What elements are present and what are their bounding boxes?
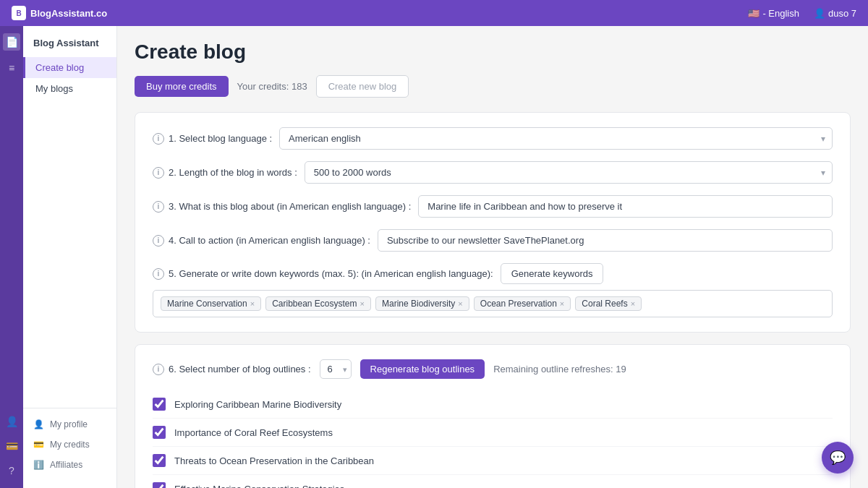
logo-icon: B	[12, 6, 26, 20]
keyword-tag-remove-1[interactable]: ×	[360, 300, 365, 308]
chat-bubble-button[interactable]: 💬	[822, 442, 854, 474]
sidebar-item-my-blogs[interactable]: My blogs	[23, 78, 116, 99]
sidebar-icon-strip: 📄 ≡ 👤 💳 ?	[0, 26, 23, 488]
generate-keywords-button[interactable]: Generate keywords	[501, 263, 604, 284]
logo-text: BlogAssistant.co	[30, 8, 107, 19]
user-menu[interactable]: 👤 duso 7	[814, 8, 856, 19]
outline-label-1: Importance of Coral Reef Ecosystems	[174, 427, 333, 438]
language-selector[interactable]: 🇺🇸 - English	[748, 8, 799, 19]
lang-label: - English	[762, 8, 799, 19]
outline-item-2: Threats to Ocean Preservation in the Car…	[153, 447, 833, 475]
keyword-tag-remove-4[interactable]: ×	[631, 300, 635, 308]
my-credits-label: My credits	[50, 440, 90, 450]
regenerate-outlines-button[interactable]: Regenerate blog outlines	[360, 359, 485, 379]
step2-select[interactable]: 500 to 2000 words 500 to 1000 words 1000…	[305, 161, 833, 184]
keyword-tag-label-4: Coral Reefs	[582, 299, 627, 309]
outlines-list: Exploring Caribbean Marine Biodiversity …	[153, 390, 833, 488]
user-label: duso 7	[828, 8, 856, 19]
outline-checkbox-0[interactable]	[153, 398, 166, 411]
keyword-tag-label-0: Marine Conservation	[167, 299, 247, 309]
step1-row: i 1. Select blog language : American eng…	[153, 127, 833, 150]
outline-item-1: Importance of Coral Reef Ecosystems	[153, 419, 833, 447]
logo: B BlogAssistant.co	[12, 6, 107, 20]
outline-count-select[interactable]: 3 4 5 6 7 8	[320, 359, 352, 379]
topnav-right: 🇺🇸 - English 👤 duso 7	[748, 8, 856, 19]
step1-info-icon[interactable]: i	[153, 133, 164, 145]
step3-row: i 3. What is this blog about (in America…	[153, 195, 833, 218]
keyword-tag-label-1: Caribbean Ecosystem	[272, 299, 357, 309]
affiliates-label: Affiliates	[50, 460, 82, 470]
step2-label: i 2. Length of the blog in words :	[153, 167, 297, 179]
sidebar-item-affiliates[interactable]: ℹ️ Affiliates	[23, 455, 116, 475]
step3-label: i 3. What is this blog about (in America…	[153, 201, 411, 213]
person-icon: 👤	[33, 419, 44, 429]
outline-item-0: Exploring Caribbean Marine Biodiversity	[153, 390, 833, 419]
outline-item-3: Effective Marine Conservation Strategies	[153, 475, 833, 488]
outline-checkbox-2[interactable]	[153, 454, 166, 467]
sidebar-icon-document[interactable]: 📄	[3, 33, 20, 51]
step1-select[interactable]: American english British english Spanish…	[279, 127, 833, 150]
form-card: i 1. Select blog language : American eng…	[135, 112, 851, 333]
outline-label-2: Threats to Ocean Preservation in the Car…	[174, 455, 374, 466]
step4-input[interactable]	[378, 229, 833, 252]
step2-row: i 2. Length of the blog in words : 500 t…	[153, 161, 833, 184]
keyword-tag-label-2: Marine Biodiversity	[382, 299, 455, 309]
step1-select-wrapper: American english British english Spanish…	[279, 127, 833, 150]
my-profile-label: My profile	[50, 419, 88, 429]
keyword-tag-4: Coral Reefs ×	[575, 296, 642, 311]
affiliates-icon: ℹ️	[33, 460, 44, 470]
outlines-card: i 6. Select number of blog outlines : 3 …	[135, 344, 851, 488]
keyword-tag-remove-0[interactable]: ×	[250, 300, 255, 308]
outline-checkbox-1[interactable]	[153, 426, 166, 439]
sidebar-icon-person[interactable]: 👤	[3, 413, 20, 430]
sidebar-item-create-blog[interactable]: Create blog	[23, 57, 116, 78]
keywords-container: Marine Conservation × Caribbean Ecosyste…	[153, 290, 833, 317]
outline-label-0: Exploring Caribbean Marine Biodiversity	[174, 399, 341, 410]
buy-more-credits-button[interactable]: Buy more credits	[135, 76, 229, 97]
layout: 📄 ≡ 👤 💳 ? Blog Assistant Create blog My …	[0, 26, 868, 488]
step3-input[interactable]	[418, 195, 833, 218]
flag-icon: 🇺🇸	[748, 8, 760, 19]
sidebar-header: Blog Assistant	[23, 33, 116, 57]
step5-info-icon[interactable]: i	[153, 268, 164, 280]
step2-info-icon[interactable]: i	[153, 167, 164, 179]
keyword-tag-remove-3[interactable]: ×	[560, 300, 564, 308]
sidebar-icon-menu[interactable]: ≡	[3, 59, 20, 77]
main-content: Create blog Buy more credits Your credit…	[117, 26, 868, 488]
step6-info-icon[interactable]: i	[153, 364, 164, 375]
step2-select-wrapper: 500 to 2000 words 500 to 1000 words 1000…	[305, 161, 833, 184]
step3-info-icon[interactable]: i	[153, 201, 164, 213]
keyword-tag-0: Marine Conservation ×	[161, 296, 261, 311]
topnav: B BlogAssistant.co 🇺🇸 - English 👤 duso 7	[0, 0, 868, 26]
keyword-tag-remove-2[interactable]: ×	[458, 300, 462, 308]
step4-label: i 4. Call to action (in American english…	[153, 235, 370, 247]
keyword-tag-3: Ocean Preservation ×	[474, 296, 571, 311]
sidebar-item-my-profile[interactable]: 👤 My profile	[23, 414, 116, 435]
step1-label: i 1. Select blog language :	[153, 133, 272, 145]
toolbar: Buy more credits Your credits: 183 Creat…	[135, 75, 851, 98]
remaining-refreshes-text: Remaining outline refreshes: 19	[493, 364, 626, 374]
outline-checkbox-3[interactable]	[153, 482, 166, 488]
step5-label: i 5. Generate or write down keywords (ma…	[153, 268, 493, 280]
outline-count-wrapper: 3 4 5 6 7 8 ▾	[320, 359, 352, 379]
keyword-tag-1: Caribbean Ecosystem ×	[265, 296, 371, 311]
user-icon: 👤	[814, 8, 825, 19]
keyword-tag-label-3: Ocean Preservation	[480, 299, 557, 309]
step4-info-icon[interactable]: i	[153, 235, 164, 247]
sidebar-item-my-credits[interactable]: 💳 My credits	[23, 435, 116, 455]
sidebar-icon-info[interactable]: ?	[3, 462, 20, 479]
credits-icon: 💳	[33, 440, 44, 450]
outlines-header: i 6. Select number of blog outlines : 3 …	[153, 359, 833, 379]
page-title: Create blog	[135, 40, 851, 64]
credits-display: Your credits: 183	[237, 81, 307, 92]
keyword-tag-2: Marine Biodiversity ×	[375, 296, 469, 311]
step6-label: i 6. Select number of blog outlines :	[153, 364, 311, 375]
step5-row: i 5. Generate or write down keywords (ma…	[153, 263, 833, 284]
sidebar-nav: Blog Assistant Create blog My blogs 👤 My…	[23, 26, 117, 488]
step4-row: i 4. Call to action (in American english…	[153, 229, 833, 252]
sidebar-icon-credits[interactable]: 💳	[3, 437, 20, 455]
create-new-blog-button[interactable]: Create new blog	[316, 75, 409, 98]
outline-label-3: Effective Marine Conservation Strategies	[174, 484, 344, 489]
